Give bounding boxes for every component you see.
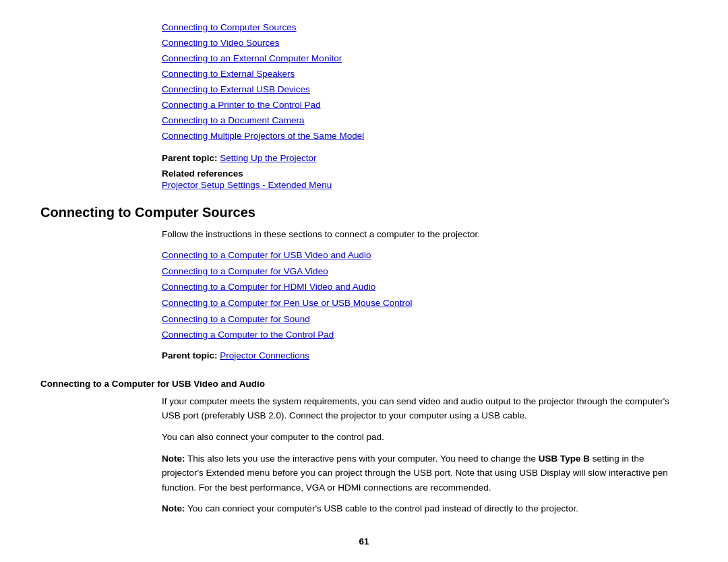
usb-note1-main: This also lets you use the interactive p…	[185, 454, 539, 464]
page: Connecting to Computer Sources Connectin…	[0, 0, 728, 562]
toc-link-document-camera[interactable]: Connecting to a Document Camera	[162, 113, 688, 129]
toc-link-external-speakers[interactable]: Connecting to External Speakers	[162, 67, 688, 82]
toc-link-external-usb[interactable]: Connecting to External USB Devices	[162, 82, 688, 98]
toc-links: Connecting to Computer Sources Connectin…	[162, 20, 688, 144]
usb-note1-prefix: Note:	[162, 454, 185, 464]
toc-link-printer[interactable]: Connecting a Printer to the Control Pad	[162, 98, 688, 113]
usb-note2-prefix: Note:	[162, 503, 185, 513]
cs-parent-topic: Parent topic: Projector Connections	[162, 348, 688, 364]
cs-link-usb-video-audio[interactable]: Connecting to a Computer for USB Video a…	[162, 247, 688, 263]
computer-sources-heading: Connecting to Computer Sources	[40, 205, 688, 220]
usb-section-heading: Connecting to a Computer for USB Video a…	[40, 379, 688, 389]
usb-para1: If your computer meets the system requir…	[162, 394, 688, 423]
usb-note2: Note: You can connect your computer's US…	[162, 501, 688, 516]
toc-link-computer-sources[interactable]: Connecting to Computer Sources	[162, 20, 688, 36]
cs-link-hdmi-video-audio[interactable]: Connecting to a Computer for HDMI Video …	[162, 279, 688, 295]
cs-link-pen-use[interactable]: Connecting to a Computer for Pen Use or …	[162, 295, 688, 311]
cs-parent-topic-link[interactable]: Projector Connections	[220, 350, 309, 361]
page-number: 61	[40, 536, 688, 547]
usb-para2: You can also connect your computer to th…	[162, 430, 688, 445]
toc-link-video-sources[interactable]: Connecting to Video Sources	[162, 36, 688, 51]
parent-topic-link[interactable]: Setting Up the Projector	[220, 153, 316, 163]
usb-note1: Note: This also lets you use the interac…	[162, 451, 688, 495]
toc-parent-topic: Parent topic: Setting Up the Projector	[162, 151, 688, 166]
cs-link-control-pad[interactable]: Connecting a Computer to the Control Pad	[162, 327, 688, 343]
computer-sources-intro: Follow the instructions in these section…	[162, 227, 688, 242]
parent-topic-label: Parent topic:	[162, 153, 218, 163]
related-references-label: Related references	[162, 168, 688, 179]
related-references-link[interactable]: Projector Setup Settings - Extended Menu	[162, 180, 688, 190]
toc-link-multiple-projectors[interactable]: Connecting Multiple Projectors of the Sa…	[162, 129, 688, 144]
cs-parent-topic-label: Parent topic:	[162, 350, 218, 361]
usb-note2-main: You can connect your computer's USB cabl…	[185, 503, 578, 513]
computer-sources-links: Connecting to a Computer for USB Video a…	[162, 247, 688, 343]
toc-link-external-monitor[interactable]: Connecting to an External Computer Monit…	[162, 51, 688, 67]
cs-link-sound[interactable]: Connecting to a Computer for Sound	[162, 311, 688, 327]
usb-note1-bold1: USB Type B	[539, 454, 590, 464]
cs-link-vga-video[interactable]: Connecting to a Computer for VGA Video	[162, 263, 688, 280]
